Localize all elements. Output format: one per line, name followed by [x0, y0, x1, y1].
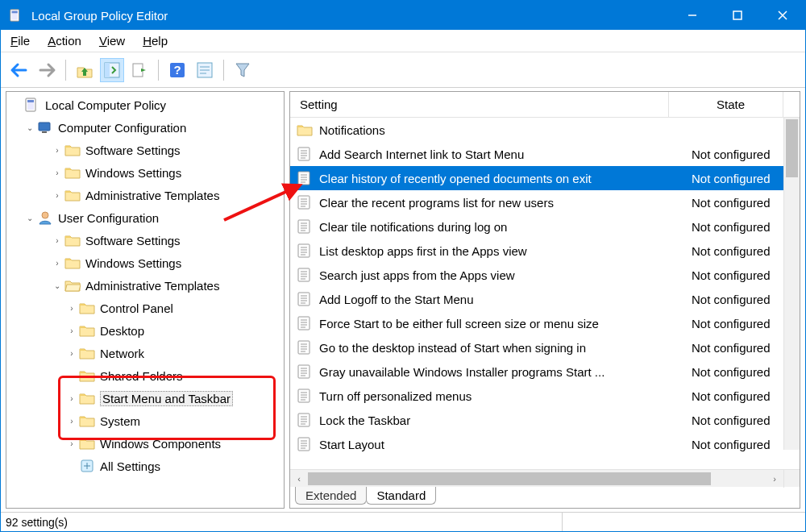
twisty-collapsed-icon[interactable]: ›: [52, 236, 63, 245]
tree-cc-windows-settings[interactable]: › Windows Settings: [10, 161, 284, 184]
twisty-collapsed-icon[interactable]: ›: [66, 349, 77, 358]
scroll-right-icon[interactable]: ›: [766, 470, 783, 488]
settings-row[interactable]: Go to the desktop instead of Start when …: [290, 335, 800, 360]
twisty-expanded-icon[interactable]: ⌄: [24, 214, 35, 222]
folder-icon: [79, 345, 95, 361]
settings-row[interactable]: Clear tile notifications during log onNo…: [290, 214, 800, 239]
horizontal-scrollbar[interactable]: ‹ ›: [290, 469, 800, 487]
setting-state: Not configured: [685, 438, 800, 451]
twisty-collapsed-icon[interactable]: ›: [66, 417, 77, 426]
scrollbar-thumb[interactable]: [786, 119, 798, 177]
tree-uc-windows-settings[interactable]: › Windows Settings: [10, 251, 284, 274]
twisty-collapsed-icon[interactable]: ›: [66, 304, 77, 313]
twisty-collapsed-icon[interactable]: ›: [52, 259, 63, 268]
folder-icon: [64, 232, 81, 248]
twisty-expanded-icon[interactable]: ⌄: [24, 123, 35, 132]
settings-row[interactable]: Notifications: [290, 118, 800, 142]
tree-uc-software-settings[interactable]: › Software Settings: [10, 229, 284, 251]
help-button[interactable]: [165, 58, 189, 82]
settings-row[interactable]: Start LayoutNot configured: [290, 432, 800, 456]
tree-system[interactable]: › System: [10, 409, 284, 432]
tree-label: User Configuration: [58, 211, 159, 225]
policy-item-icon: [297, 388, 313, 404]
tree-label: Start Menu and Taskbar: [100, 391, 233, 406]
twisty-expanded-icon[interactable]: ⌄: [52, 281, 63, 290]
maximize-button[interactable]: [715, 1, 760, 30]
tree-label: Network: [100, 347, 144, 360]
tree-label: Desktop: [100, 324, 144, 338]
setting-state: Not configured: [685, 244, 800, 258]
close-button[interactable]: [760, 1, 805, 30]
tree-root[interactable]: Local Computer Policy: [10, 94, 284, 116]
back-button[interactable]: [7, 58, 31, 82]
twisty-collapsed-icon[interactable]: ›: [52, 191, 63, 200]
tree-network[interactable]: › Network: [10, 342, 284, 364]
twisty-collapsed-icon[interactable]: ›: [66, 439, 77, 448]
settings-row[interactable]: Clear history of recently opened documen…: [290, 166, 800, 190]
tree-control-panel[interactable]: › Control Panel: [10, 297, 284, 319]
minimize-button[interactable]: [670, 1, 715, 30]
tree-desktop[interactable]: › Desktop: [10, 319, 284, 342]
up-one-level-button[interactable]: [73, 58, 97, 82]
tab-standard[interactable]: Standard: [366, 487, 436, 505]
folder-icon: [297, 122, 313, 138]
policy-item-icon: [297, 194, 313, 210]
tree-label: System: [100, 414, 140, 428]
menu-help[interactable]: Help: [143, 34, 168, 48]
twisty-collapsed-icon[interactable]: ›: [66, 326, 77, 335]
settings-row[interactable]: Search just apps from the Apps viewNot c…: [290, 263, 800, 287]
show-hide-tree-button[interactable]: [100, 58, 124, 82]
policy-tree[interactable]: Local Computer Policy ⌄ Computer Configu…: [6, 92, 284, 479]
settings-row[interactable]: Add Logoff to the Start MenuNot configur…: [290, 287, 800, 311]
scrollbar-thumb[interactable]: [308, 472, 711, 485]
tree-computer-configuration[interactable]: ⌄ Computer Configuration: [10, 116, 284, 139]
settings-row[interactable]: Force Start to be either full screen siz…: [290, 311, 800, 335]
tree-cc-software-settings[interactable]: › Software Settings: [10, 139, 284, 161]
tree-label: Windows Components: [100, 437, 221, 451]
tree-shared-folders[interactable]: Shared Folders: [10, 364, 284, 387]
setting-state: Not configured: [685, 268, 800, 282]
settings-row[interactable]: Clear the recent programs list for new u…: [290, 190, 800, 214]
menu-view[interactable]: View: [99, 34, 125, 48]
tree-start-menu-and-taskbar[interactable]: › Start Menu and Taskbar: [10, 387, 284, 409]
tree-uc-administrative-templates[interactable]: ⌄ Administrative Templates: [10, 274, 284, 297]
folder-icon: [64, 164, 81, 181]
tree-cc-administrative-templates[interactable]: › Administrative Templates: [10, 184, 284, 206]
tree-windows-components[interactable]: › Windows Components: [10, 432, 284, 455]
menu-action[interactable]: Action: [48, 34, 81, 48]
settings-row[interactable]: Add Search Internet link to Start MenuNo…: [290, 142, 800, 166]
titlebar[interactable]: Local Group Policy Editor: [1, 1, 805, 30]
vertical-scrollbar[interactable]: [783, 118, 800, 450]
forward-button[interactable]: [35, 58, 59, 82]
filter-button[interactable]: [231, 58, 255, 82]
twisty-collapsed-icon[interactable]: ›: [52, 146, 63, 155]
folder-icon: [79, 300, 95, 316]
column-header-state[interactable]: State: [669, 92, 783, 117]
tab-extended[interactable]: Extended: [295, 487, 367, 505]
setting-state: Not configured: [685, 365, 800, 379]
menu-file[interactable]: File: [10, 34, 30, 48]
folder-open-icon: [64, 277, 81, 293]
export-list-button[interactable]: [127, 58, 152, 82]
policy-item-icon: [297, 412, 313, 428]
setting-name: Start Layout: [319, 438, 685, 451]
twisty-collapsed-icon[interactable]: ›: [52, 168, 63, 177]
settings-list[interactable]: NotificationsAdd Search Internet link to…: [290, 118, 800, 469]
twisty-collapsed-icon[interactable]: ›: [66, 394, 77, 403]
settings-row[interactable]: Turn off personalized menusNot configure…: [290, 384, 800, 408]
folder-icon: [79, 390, 95, 406]
properties-button[interactable]: [193, 58, 217, 82]
column-header-setting[interactable]: Setting: [290, 92, 669, 117]
scroll-left-icon[interactable]: ‹: [290, 470, 308, 488]
tree-user-configuration[interactable]: ⌄ User Configuration: [10, 206, 284, 229]
user-config-icon: [37, 210, 53, 226]
tree-all-settings[interactable]: All Settings: [10, 455, 284, 477]
policy-item-icon: [297, 315, 313, 331]
tree-pane: Local Computer Policy ⌄ Computer Configu…: [6, 91, 285, 509]
settings-row[interactable]: Lock the TaskbarNot configured: [290, 408, 800, 432]
settings-row[interactable]: Gray unavailable Windows Installer progr…: [290, 360, 800, 384]
computer-config-icon: [37, 119, 53, 135]
settings-row[interactable]: List desktop apps first in the Apps view…: [290, 239, 800, 263]
setting-state: Not configured: [685, 148, 800, 161]
setting-state: Not configured: [685, 172, 800, 185]
